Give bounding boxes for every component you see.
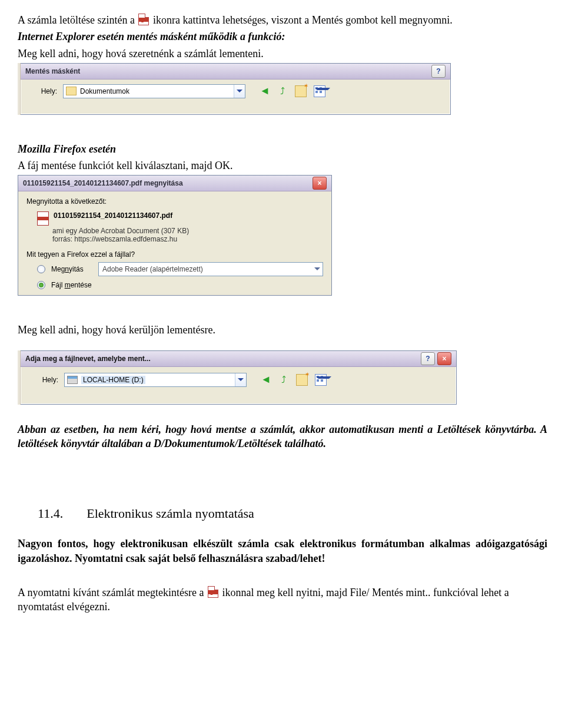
chevron-down-icon[interactable]: [234, 85, 245, 98]
radio-unchecked-icon[interactable]: [37, 265, 45, 273]
dialog-titlebar: Adja meg a fájlnevet, amelybe ment... ? …: [21, 351, 456, 367]
pdf-icon: ▲: [208, 586, 218, 598]
save-location-instruction: Meg kell adni, hogy hová kerüljön lement…: [18, 323, 547, 337]
dialog-titlebar: 011015921154_20140121134607.pdf megnyitá…: [18, 176, 331, 191]
help-button[interactable]: ?: [421, 352, 435, 365]
up-folder-icon[interactable]: ⤴: [278, 375, 289, 385]
new-folder-icon[interactable]: [295, 85, 307, 97]
print-instruction: A nyomtatni kívánt számlát megtekintésre…: [18, 585, 547, 614]
firefox-instruction: A fáj mentése funkciót kell kiválasztani…: [18, 158, 547, 173]
pdf-icon: ▲: [138, 14, 149, 25]
dialog-nav-icons: ◄ ⤴: [261, 374, 327, 386]
open-with-value: Adobe Reader (alapértelmezett): [102, 265, 203, 273]
dialog-nav-icons: ◄ ⤴: [260, 85, 325, 97]
dialog-title-suffix: megnyitása: [144, 179, 183, 187]
text-fragment: A számla letöltése szintén a: [18, 14, 137, 26]
section-heading: 11.4. Elektronikus számla nyomtatása: [38, 506, 547, 521]
help-button[interactable]: ?: [431, 65, 446, 78]
close-button[interactable]: ×: [437, 352, 451, 365]
dialog-title: Mentés másként: [25, 67, 80, 75]
location-value: LOCAL-HOME (D:): [81, 376, 145, 384]
file-type-line: ami egy Adobe Acrobat Document (307 KB): [52, 227, 323, 235]
saveas-dialog-ie: Mentés másként ? Hely: Dokumentumok ◄ ⤴: [21, 63, 451, 115]
close-button[interactable]: ×: [313, 177, 327, 190]
chevron-down-icon[interactable]: [235, 373, 246, 386]
location-combo[interactable]: Dokumentumok: [63, 84, 245, 98]
back-icon[interactable]: ◄: [260, 86, 270, 97]
action-question: Mit tegyen a Firefox ezzel a fájllal?: [26, 250, 323, 259]
drive-icon: [67, 376, 78, 384]
paragraph-download: A számla letöltése szintén a ▲ ikonra ka…: [18, 13, 547, 27]
option-save[interactable]: Fájl mentése: [37, 281, 323, 289]
location-value: Dokumentumok: [80, 87, 129, 95]
up-folder-icon[interactable]: ⤴: [277, 86, 288, 97]
pdf-file-icon: [37, 211, 49, 226]
text-fragment: ikonra kattintva lehetséges, viszont a M…: [153, 14, 453, 26]
new-folder-icon[interactable]: [296, 374, 308, 386]
auto-save-note: Abban az esetben, ha nem kéri, hogy hová…: [18, 422, 547, 451]
text-fragment: A nyomtatni kívánt számlát megtekintésre…: [18, 587, 207, 598]
firefox-heading: Mozilla Firefox esetén: [18, 142, 547, 156]
dialog-title-filename: 011015921154_20140121134607.pdf: [23, 179, 142, 187]
back-icon[interactable]: ◄: [261, 375, 271, 385]
location-combo[interactable]: LOCAL-HOME (D:): [64, 373, 247, 387]
folder-icon: [66, 87, 77, 95]
radio-checked-icon[interactable]: [37, 281, 45, 289]
ie-heading: Internet Explorer esetén mentés másként …: [18, 29, 547, 44]
dialog-title: Adja meg a fájlnevet, amelybe ment...: [25, 355, 151, 363]
opened-filename: 011015921154_20140121134607.pdf: [54, 211, 172, 226]
location-label: Hely:: [28, 376, 58, 384]
dialog-titlebar: Mentés másként ?: [21, 64, 450, 80]
section-title: Elektronikus számla nyomtatása: [87, 506, 254, 521]
dialog-title: 011015921154_20140121134607.pdf megnyitá…: [23, 179, 183, 187]
opened-label: Megnyitotta a következőt:: [26, 197, 323, 206]
open-with-combo[interactable]: Adobe Reader (alapértelmezett): [98, 262, 323, 276]
file-source-line: forrás: https://webszamla.edfdemasz.hu: [52, 235, 323, 243]
option-save-label: Fájl mentése: [51, 281, 92, 289]
firefox-open-dialog: 011015921154_20140121134607.pdf megnyitá…: [18, 175, 332, 296]
option-open[interactable]: Megnyitás Adobe Reader (alapértelmezett): [37, 262, 323, 276]
views-icon[interactable]: [314, 85, 325, 97]
views-icon[interactable]: [315, 374, 327, 386]
section-number: 11.4.: [38, 506, 63, 521]
ie-instruction: Meg kell adni, hogy hová szeretnénk a sz…: [18, 47, 547, 61]
option-open-label: Megnyitás: [51, 265, 92, 273]
location-label: Hely:: [26, 87, 57, 95]
important-note: Nagyon fontos, hogy elektronikusan elkés…: [18, 537, 547, 565]
saveas-dialog-firefox: Adja meg a fájlnevet, amelybe ment... ? …: [21, 350, 457, 405]
